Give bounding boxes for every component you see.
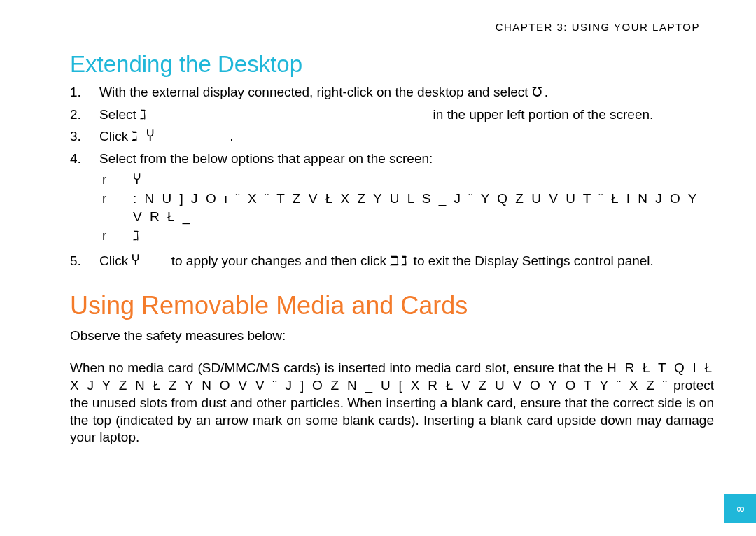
bullet-item: rჄ	[99, 171, 714, 189]
step-1: 1. With the external display connected, …	[70, 83, 714, 101]
step-4: 4. Select from the below options that ap…	[70, 150, 714, 248]
page-number-tab: 8	[724, 494, 756, 523]
intro-text: Observe the safety measures below:	[70, 327, 714, 345]
document-page: CHAPTER 3: USING YOUR LAPTOP Extending t…	[0, 0, 756, 467]
bullet-item: r: N U ] J O ı ¨ X ¨ T Z V Ł X Z Y U L S…	[99, 190, 714, 225]
step-number: 3.	[70, 127, 99, 146]
page-number: 8	[734, 506, 746, 512]
step-2: 2. Select ℷ in the upper left portion of…	[70, 106, 714, 124]
step-3: 3. Click ℷ Ⴤ .	[70, 127, 714, 146]
glyph-icon: Ⴤ	[132, 253, 141, 268]
chapter-header: CHAPTER 3: USING YOUR LAPTOP	[70, 21, 714, 33]
glyph-icon: ℷ Ⴤ	[132, 129, 155, 143]
step-number: 5.	[70, 252, 99, 270]
glyph-icon: ℶℷ	[390, 253, 410, 268]
step-number: 2.	[70, 106, 99, 124]
glyph-icon: ℷ	[140, 107, 148, 122]
paragraph: When no media card (SD/MMC/MS cards) is …	[70, 360, 714, 446]
section-title-removable: Using Removable Media and Cards	[70, 291, 714, 320]
glyph-icon: ℧	[532, 85, 545, 99]
step-text: Select ℷ in the upper left portion of th…	[99, 106, 714, 124]
step-text: Click Ⴤ to apply your changes and then c…	[99, 252, 714, 270]
step-text: With the external display connected, rig…	[99, 83, 714, 101]
sub-bullets: rჄ r: N U ] J O ı ¨ X ¨ T Z V Ł X Z Y U …	[99, 171, 714, 246]
step-text: Click ℷ Ⴤ .	[99, 127, 714, 146]
step-5: 5. Click Ⴤ to apply your changes and the…	[70, 252, 714, 270]
steps-list: 1. With the external display connected, …	[70, 83, 714, 270]
step-number: 4.	[70, 150, 99, 248]
section-title-extending: Extending the Desktop	[70, 51, 714, 78]
bullet-item: rℷ	[99, 227, 714, 245]
step-text: Select from the below options that appea…	[99, 150, 714, 248]
step-number: 1.	[70, 83, 99, 101]
